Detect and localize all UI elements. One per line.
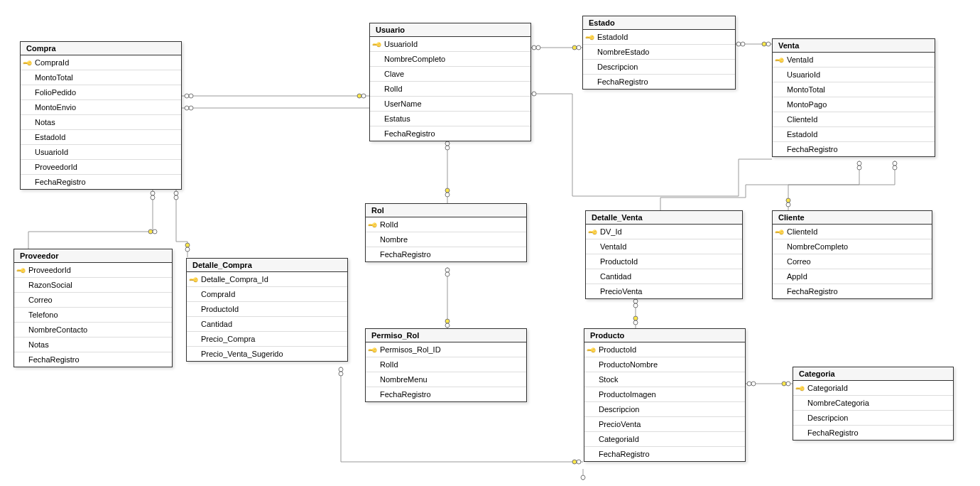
field-row[interactable]: 🔑RolId — [366, 217, 526, 232]
svg-point-28 — [148, 230, 153, 234]
entity-estado[interactable]: Estado🔑EstadoIdNombreEstadoDescripcionFe… — [582, 16, 736, 90]
field-row[interactable]: VentaId — [586, 239, 742, 254]
field-row[interactable]: FechaRegistro — [21, 175, 181, 189]
field-row[interactable]: 🔑UsuarioId — [370, 37, 530, 52]
field-row[interactable]: Correo — [14, 293, 172, 308]
field-row[interactable]: Cantidad — [187, 317, 347, 332]
field-row[interactable]: PrecioVenta — [584, 417, 745, 432]
field-row[interactable]: CompraId — [187, 287, 347, 302]
entity-rol[interactable]: Rol🔑RolIdNombreFechaRegistro — [365, 203, 527, 262]
field-row[interactable]: RolId — [370, 82, 530, 97]
field-row[interactable]: NombreEstado — [583, 45, 735, 60]
field-name: UserName — [384, 98, 428, 109]
field-row[interactable]: FechaRegistro — [366, 387, 526, 401]
field-row[interactable]: 🔑VentaId — [773, 53, 935, 68]
field-row[interactable]: Nombre — [366, 232, 526, 247]
field-row[interactable]: 🔑ProveedorId — [14, 263, 172, 278]
field-row[interactable]: 🔑EstadoId — [583, 30, 735, 45]
field-row[interactable]: ProductoNombre — [584, 357, 745, 372]
entity-proveedor[interactable]: Proveedor🔑ProveedorIdRazonSocialCorreoTe… — [13, 249, 173, 367]
field-row[interactable]: FechaRegistro — [773, 142, 935, 156]
field-row[interactable]: FechaRegistro — [584, 447, 745, 461]
field-row[interactable]: UsuarioId — [21, 145, 181, 160]
field-row[interactable]: ClienteId — [773, 112, 935, 127]
field-row[interactable]: UsuarioId — [773, 68, 935, 82]
field-row[interactable]: CategoriaId — [584, 432, 745, 447]
field-row[interactable]: NombreCategoria — [793, 396, 953, 411]
field-name: ProductoImagen — [599, 389, 662, 400]
svg-point-47 — [786, 202, 790, 207]
field-row[interactable]: ProductoId — [586, 254, 742, 269]
field-row[interactable]: MontoEnvio — [21, 100, 181, 115]
field-row[interactable]: 🔑DV_Id — [586, 225, 742, 239]
field-row[interactable]: 🔑ClienteId — [773, 225, 932, 239]
field-row[interactable]: PrecioVenta — [586, 284, 742, 298]
field-row[interactable]: Correo — [773, 254, 932, 269]
entity-cliente[interactable]: Cliente🔑ClienteIdNombreCompletoCorreoApp… — [772, 210, 932, 299]
field-row[interactable]: 🔑Detalle_Compra_Id — [187, 272, 347, 287]
field-row[interactable]: Stock — [584, 372, 745, 387]
field-row[interactable]: 🔑CompraId — [21, 55, 181, 70]
field-row[interactable]: RolId — [366, 357, 526, 372]
field-row[interactable]: Precio_Venta_Sugerido — [187, 347, 347, 361]
field-row[interactable]: MontoTotal — [773, 82, 935, 97]
entity-detalle_compra[interactable]: Detalle_Compra🔑Detalle_Compra_IdCompraId… — [186, 258, 348, 362]
field-row[interactable]: 🔑ProductoId — [584, 342, 745, 357]
field-row[interactable]: FechaRegistro — [370, 126, 530, 141]
field-name: Stock — [599, 374, 624, 385]
field-name: RazonSocial — [28, 279, 78, 291]
field-row[interactable]: NombreCompleto — [370, 52, 530, 67]
field-row[interactable]: Descripcion — [583, 60, 735, 75]
svg-point-34 — [339, 367, 343, 372]
field-name: MontoPago — [787, 99, 832, 110]
field-row[interactable]: Descripcion — [584, 402, 745, 417]
svg-point-6 — [445, 268, 450, 272]
field-name: RolId — [380, 359, 404, 370]
entity-producto[interactable]: Producto🔑ProductoIdProductoNombreStockPr… — [584, 328, 746, 462]
entity-compra[interactable]: Compra🔑CompraIdMontoTotalFolioPedidoMont… — [20, 41, 182, 190]
field-row[interactable]: EstadoId — [21, 130, 181, 145]
field-row[interactable]: NombreMenu — [366, 372, 526, 387]
entity-title: Proveedor — [14, 249, 172, 263]
entity-detalle_venta[interactable]: Detalle_Venta🔑DV_IdVentaIdProductoIdCant… — [585, 210, 743, 299]
field-row[interactable]: Estatus — [370, 112, 530, 126]
field-row[interactable]: Cantidad — [586, 269, 742, 284]
field-row[interactable]: Notas — [14, 338, 172, 352]
field-row[interactable]: AppId — [773, 269, 932, 284]
field-row[interactable]: FechaRegistro — [583, 75, 735, 89]
field-row[interactable]: NombreCompleto — [773, 239, 932, 254]
field-row[interactable]: ProductoId — [187, 302, 347, 317]
erd-canvas: Compra🔑CompraIdMontoTotalFolioPedidoMont… — [0, 0, 980, 486]
field-row[interactable]: FechaRegistro — [773, 284, 932, 298]
field-row[interactable]: Precio_Compra — [187, 332, 347, 347]
field-row[interactable]: EstadoId — [773, 127, 935, 142]
field-row[interactable]: 🔑CategoriaId — [793, 381, 953, 396]
entity-categoria[interactable]: Categoria🔑CategoriaIdNombreCategoriaDesc… — [793, 367, 954, 441]
field-row[interactable]: Telefono — [14, 308, 172, 323]
field-row[interactable]: MontoTotal — [21, 70, 181, 85]
field-row[interactable]: RazonSocial — [14, 278, 172, 293]
field-row[interactable]: NombreContacto — [14, 323, 172, 338]
field-row[interactable]: Descripcion — [793, 411, 953, 426]
field-row[interactable]: 🔑Permisos_Rol_ID — [366, 342, 526, 357]
field-name: Detalle_Compra_Id — [201, 274, 274, 285]
field-row[interactable]: FolioPedido — [21, 85, 181, 100]
field-row[interactable]: Clave — [370, 67, 530, 82]
svg-point-21 — [357, 94, 361, 98]
field-row[interactable]: ProductoImagen — [584, 387, 745, 402]
primary-key-icon: 🔑 — [773, 226, 787, 238]
entity-title: Estado — [583, 16, 735, 30]
field-row[interactable]: FechaRegistro — [366, 247, 526, 261]
entity-venta[interactable]: Venta🔑VentaIdUsuarioIdMontoTotalMontoPag… — [772, 38, 935, 157]
field-row[interactable]: FechaRegistro — [14, 352, 172, 367]
entity-permiso_rol[interactable]: Permiso_Rol🔑Permisos_Rol_IDRolIdNombreMe… — [365, 328, 527, 402]
entity-usuario[interactable]: Usuario🔑UsuarioIdNombreCompletoClaveRolI… — [369, 23, 531, 141]
field-row[interactable]: FechaRegistro — [793, 426, 953, 440]
field-row[interactable]: Notas — [21, 115, 181, 130]
field-row[interactable]: MontoPago — [773, 97, 935, 112]
field-row[interactable]: ProveedorId — [21, 160, 181, 175]
field-row[interactable]: UserName — [370, 97, 530, 112]
svg-point-33 — [185, 247, 190, 252]
field-name: UsuarioId — [35, 146, 74, 158]
svg-point-2 — [445, 146, 450, 150]
